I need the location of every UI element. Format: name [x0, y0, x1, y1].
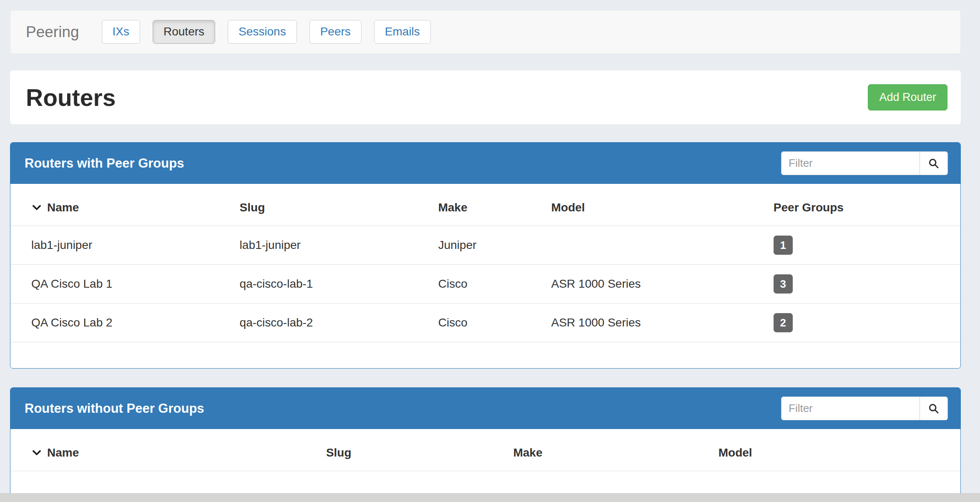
cell-peer-groups: 3	[769, 265, 960, 304]
table-row: QA Cisco Lab 2 qa-cisco-lab-2 Cisco ASR …	[10, 304, 960, 342]
panel-routers-with-peer-groups: Routers with Peer Groups	[10, 142, 961, 369]
filter-group	[781, 397, 948, 420]
filter-input[interactable]	[781, 151, 920, 175]
cell-name: QA Cisco Lab 1	[10, 265, 235, 304]
cell-slug: qa-cisco-lab-1	[235, 265, 433, 304]
add-router-button[interactable]: Add Router	[868, 84, 947, 111]
cell-peer-groups: 1	[769, 226, 960, 265]
cell-model: ASR 1000 Series	[546, 265, 769, 304]
routers-with-peer-groups-table: Name Slug Make Model Peer Groups lab1-ju…	[10, 184, 960, 342]
brand[interactable]: Peering	[26, 23, 79, 41]
column-header-name[interactable]: Name	[10, 184, 235, 226]
nav-button-peers[interactable]: Peers	[309, 20, 362, 44]
table-row: lab1-juniper lab1-juniper Juniper 1	[10, 226, 960, 265]
filter-input[interactable]	[781, 397, 920, 420]
peer-groups-badge: 3	[774, 274, 793, 294]
chevron-down-icon	[31, 447, 42, 458]
table-row: QA Cisco Lab 1 qa-cisco-lab-1 Cisco ASR …	[10, 265, 960, 304]
cell-slug: lab1-juniper	[235, 226, 433, 265]
page-header: Routers Add Router	[10, 70, 961, 124]
cell-name: QA Cisco Lab 2	[10, 304, 235, 342]
table-header-row: Name Slug Make Model Peer Groups	[10, 184, 960, 226]
window-bottom-edge	[0, 493, 980, 502]
column-header-make[interactable]: Make	[433, 184, 546, 226]
column-header-model[interactable]: Model	[714, 429, 960, 471]
cell-make: Juniper	[433, 226, 546, 265]
column-header-peer-groups[interactable]: Peer Groups	[769, 184, 960, 226]
column-header-model[interactable]: Model	[546, 184, 769, 226]
cell-model: ASR 1000 Series	[546, 304, 769, 342]
search-button[interactable]	[920, 397, 948, 420]
cell-peer-groups: 2	[769, 304, 960, 342]
peer-groups-badge: 1	[774, 236, 793, 255]
panel-title: Routers without Peer Groups	[25, 401, 204, 416]
cell-make: Cisco	[433, 265, 546, 304]
panel-heading: Routers without Peer Groups	[10, 388, 960, 429]
panel-title: Routers with Peer Groups	[25, 156, 184, 171]
nav-button-routers[interactable]: Routers	[153, 20, 215, 44]
navbar: Peering IXs Routers Sessions Peers Email…	[10, 10, 961, 54]
cell-slug: qa-cisco-lab-2	[235, 304, 433, 342]
search-icon	[928, 403, 940, 414]
chevron-down-icon	[31, 202, 42, 213]
cell-model	[546, 226, 769, 265]
nav-button-sessions[interactable]: Sessions	[228, 20, 297, 44]
column-header-slug[interactable]: Slug	[321, 429, 508, 471]
cell-make: Cisco	[433, 304, 546, 342]
search-icon	[928, 158, 940, 169]
filter-group	[781, 151, 948, 175]
panel-heading: Routers with Peer Groups	[10, 143, 960, 184]
page-title: Routers	[26, 84, 116, 111]
search-button[interactable]	[920, 151, 948, 175]
column-header-slug[interactable]: Slug	[235, 184, 433, 226]
peer-groups-badge: 2	[774, 313, 793, 332]
nav-button-emails[interactable]: Emails	[374, 20, 431, 44]
column-header-name[interactable]: Name	[10, 429, 321, 471]
table-header-row: Name Slug Make Model	[10, 429, 960, 471]
nav-button-ixs[interactable]: IXs	[102, 20, 140, 44]
column-header-make[interactable]: Make	[508, 429, 714, 471]
panel-routers-without-peer-groups: Routers without Peer Groups	[10, 387, 961, 499]
cell-name: lab1-juniper	[10, 226, 235, 265]
routers-without-peer-groups-table: Name Slug Make Model	[10, 429, 960, 471]
